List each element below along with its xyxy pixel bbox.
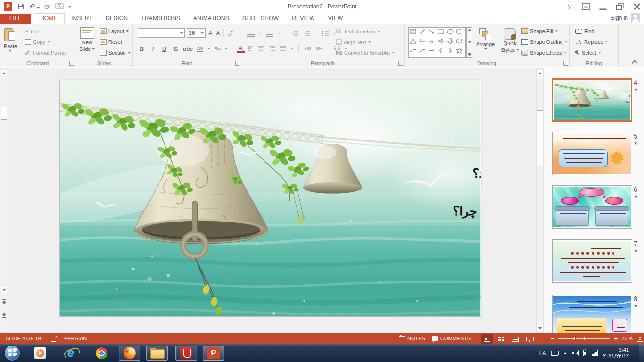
thumbnail-slide-7[interactable] — [552, 239, 632, 283]
tab-review[interactable]: REVIEW — [285, 14, 322, 24]
shape-triangle-icon[interactable] — [409, 38, 417, 44]
minimize-icon[interactable] — [599, 2, 607, 11]
taskbar-adobe-reader[interactable] — [175, 346, 197, 361]
shape-arrow-icon[interactable] — [428, 28, 435, 35]
taskbar-powerpoint[interactable]: P — [203, 346, 224, 361]
zoom-out-button[interactable]: − — [551, 335, 554, 342]
cut-button[interactable]: ✂ Cut — [25, 28, 39, 34]
slide-text-line2[interactable]: آیا این چیزها با ارزش هستند؟ چرا؟ — [453, 203, 481, 219]
shape-right-arrow-icon[interactable] — [437, 38, 445, 44]
show-desktop-button[interactable] — [639, 344, 644, 362]
shapes-gallery[interactable] — [408, 27, 466, 58]
shape-effects-button[interactable]: Shape Effects — [521, 50, 567, 56]
thumbnail-scroll-down-button[interactable] — [537, 325, 543, 331]
strikethrough-button[interactable]: abc — [183, 45, 193, 52]
shapes-more-icon[interactable] — [468, 53, 471, 56]
previous-slide-button[interactable] — [1, 298, 7, 305]
align-right-icon[interactable] — [269, 46, 275, 51]
line-spacing-icon[interactable] — [322, 31, 329, 37]
thumbnail-scroll-thumb[interactable] — [537, 110, 543, 165]
font-dialog-launcher[interactable] — [235, 61, 239, 66]
slide-sorter-view-button[interactable] — [495, 334, 507, 344]
replace-button[interactable]: Replace — [575, 39, 608, 45]
copy-button[interactable]: Copy — [25, 39, 50, 45]
font-size-combo[interactable]: 36 — [187, 28, 206, 38]
battery-icon[interactable] — [583, 350, 587, 356]
change-case-button[interactable]: Aa — [214, 46, 222, 51]
repeat-icon[interactable]: ⟳ — [44, 3, 50, 10]
tab-design[interactable]: DESIGN — [99, 14, 134, 24]
increase-indent-icon[interactable] — [303, 31, 311, 36]
comments-button[interactable]: COMMENTS — [432, 333, 471, 344]
shape-rounded-rect-icon[interactable] — [455, 28, 463, 35]
bullets-icon[interactable] — [247, 31, 255, 37]
layout-button[interactable]: Layout — [100, 28, 129, 34]
help-icon[interactable]: ? — [565, 2, 573, 11]
thumbnail-slide-6[interactable] — [552, 185, 632, 229]
shape-star-icon[interactable] — [455, 47, 463, 54]
shapes-gallery-scroll[interactable] — [466, 27, 472, 58]
next-slide-button[interactable] — [1, 311, 7, 319]
zoom-slider[interactable] — [558, 338, 610, 339]
reading-view-button[interactable] — [509, 334, 521, 344]
new-slide-button[interactable]: New Slide — [79, 27, 95, 52]
taskbar-chrome[interactable] — [91, 346, 112, 361]
sign-in[interactable]: Sign in — [611, 13, 640, 23]
shape-elbow-icon[interactable] — [419, 38, 426, 44]
section-button[interactable]: Section — [100, 50, 131, 56]
shape-fill-button[interactable]: Shape Fill — [521, 28, 558, 34]
italic-button[interactable]: I — [149, 45, 157, 52]
underline-button[interactable]: U — [160, 45, 168, 52]
input-language-indicator[interactable]: FA — [539, 350, 546, 356]
shapes-scroll-down-icon[interactable] — [468, 41, 471, 43]
shape-curve-icon[interactable] — [428, 47, 435, 54]
taskbar-file-explorer[interactable] — [146, 346, 168, 361]
tab-file[interactable]: FILE — [0, 14, 31, 24]
customize-qat-icon[interactable] — [68, 6, 71, 8]
taskbar-media-player[interactable] — [29, 346, 51, 361]
tab-animations[interactable]: ANIMATIONS — [187, 14, 236, 24]
shape-oval-icon[interactable] — [446, 28, 454, 35]
tab-view[interactable]: VIEW — [322, 14, 349, 24]
slide-counter[interactable]: SLIDE 4 OF 19 — [6, 333, 41, 344]
normal-view-button[interactable] — [481, 334, 493, 344]
close-icon[interactable] — [633, 2, 641, 11]
collapse-ribbon-icon[interactable] — [632, 60, 638, 64]
shape-elbow-arrow-icon[interactable] — [428, 38, 435, 44]
restore-icon[interactable] — [616, 2, 624, 11]
numbering-icon[interactable] — [266, 31, 273, 37]
slideshow-view-button[interactable] — [523, 334, 536, 344]
rtl-direction-icon[interactable] — [315, 46, 322, 51]
shape-outline-button[interactable]: Shape Outline — [521, 39, 568, 45]
bold-button[interactable]: B — [138, 45, 146, 52]
shape-left-brace-icon[interactable] — [437, 47, 445, 54]
slide-canvas[interactable]: در تصاویر قبلی چه چیزهایی مشاهده کردید؟ … — [59, 80, 481, 317]
clock[interactable]: 9:41 ۲۰۲۱/۲۲/۱۲ — [603, 346, 629, 360]
decrease-indent-icon[interactable] — [291, 31, 299, 36]
thumbnail-scroll-up-button[interactable] — [537, 70, 543, 76]
shape-right-brace-icon[interactable] — [446, 47, 454, 54]
smartart-button[interactable]: Convert to SmartArt — [336, 50, 395, 56]
font-name-combo[interactable] — [138, 28, 185, 38]
keyboard-icon[interactable] — [551, 351, 559, 356]
zoom-level[interactable]: 70 % — [621, 336, 633, 341]
zoom-in-button[interactable]: + — [614, 335, 618, 342]
shrink-font-button[interactable]: A — [216, 30, 220, 36]
scroll-thumb[interactable] — [1, 107, 7, 120]
thumbnail-scrollbar[interactable] — [536, 68, 544, 333]
network-signal-icon[interactable] — [592, 350, 598, 356]
notes-button[interactable]: NOTES — [399, 333, 425, 344]
shape-rectangle-icon[interactable] — [437, 28, 445, 35]
format-painter-button[interactable]: Format Painter — [25, 50, 67, 56]
shapes-scroll-up-icon[interactable] — [468, 29, 471, 31]
ribbon-display-options-icon[interactable] — [582, 2, 590, 11]
tab-transitions[interactable]: TRANSITIONS — [134, 14, 187, 24]
clear-formatting-icon[interactable] — [228, 30, 234, 36]
thumbnail-slide-8[interactable] — [552, 295, 632, 333]
ltr-direction-icon[interactable] — [304, 46, 311, 51]
tab-insert[interactable]: INSERT — [65, 14, 99, 24]
shape-down-arrow-icon[interactable] — [446, 38, 454, 44]
show-hidden-icons-icon[interactable] — [563, 352, 567, 354]
main-vertical-scrollbar[interactable] — [0, 68, 8, 333]
shadow-button[interactable]: S — [172, 45, 180, 52]
